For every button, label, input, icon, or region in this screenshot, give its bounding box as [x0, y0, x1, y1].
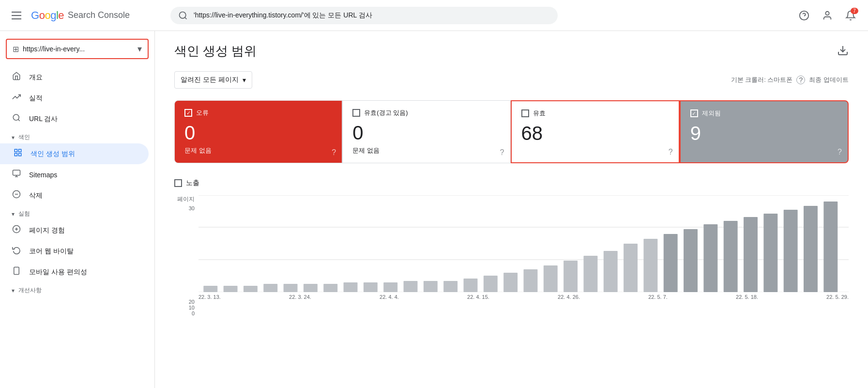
home-icon	[12, 72, 21, 83]
excluded-card[interactable]: 제외됨 9 ?	[680, 100, 849, 163]
valid-checkbox[interactable]	[521, 109, 529, 117]
svg-rect-50	[684, 229, 698, 292]
sidebar-item-sitemaps-label: Sitemaps	[29, 171, 57, 179]
sidebar-item-page-exp-label: 페이지 경험	[29, 226, 65, 235]
section-index: ▾ 색인	[0, 129, 154, 143]
property-icon: ⊞	[13, 45, 19, 54]
property-dropdown-arrow: ▾	[137, 44, 142, 54]
filter-label: 알려진 모든 페이지	[181, 76, 239, 84]
sidebar-item-sitemaps[interactable]: Sitemaps	[0, 164, 149, 185]
page-title: 색인 생성 범위	[174, 43, 257, 60]
svg-rect-32	[323, 284, 337, 292]
error-help-icon[interactable]: ?	[332, 148, 336, 157]
svg-line-1	[185, 17, 187, 19]
svg-rect-54	[763, 214, 777, 292]
error-card-number: 0	[184, 123, 332, 142]
svg-rect-35	[383, 282, 397, 292]
section-improvements-arrow-icon: ▾	[12, 287, 15, 294]
x-label-3: 22. 4. 15.	[467, 294, 489, 300]
warning-card-header: 유효(경고 있음)	[352, 109, 500, 117]
svg-rect-51	[703, 224, 717, 292]
sidebar-item-url-inspection[interactable]: URL 검사	[0, 109, 149, 129]
sidebar-item-coverage[interactable]: 색인 생성 범위	[0, 143, 149, 164]
svg-point-0	[180, 12, 186, 18]
hamburger-button[interactable]	[8, 8, 25, 23]
sidebar-item-url-label: URL 검사	[29, 115, 58, 124]
header: Google Search Console 'https://live-in-e…	[0, 0, 868, 31]
url-inspection-icon	[12, 113, 21, 124]
svg-rect-8	[19, 149, 21, 152]
svg-rect-53	[744, 217, 758, 292]
sidebar-item-coverage-label: 색인 생성 범위	[30, 150, 75, 158]
sidebar-item-mobile-usability[interactable]: 모바일 사용 편의성	[0, 262, 149, 282]
excluded-checkbox[interactable]	[690, 109, 698, 117]
main-content: 색인 생성 범위 알려진 모든 페이지 ▾ 기본 크롤러: 스마트폰 ? 최종 …	[155, 31, 868, 388]
chart-section: 노출 페이지 30 20 10 0	[174, 179, 849, 316]
x-label-1: 22. 3. 24.	[289, 294, 311, 300]
notifications-button[interactable]: 7	[841, 6, 860, 25]
excluded-card-label: 제외됨	[702, 109, 721, 118]
sidebar-item-performance[interactable]: 실적	[0, 88, 149, 109]
sidebar-item-core-web-vitals[interactable]: 코어 웹 바이탈	[0, 241, 149, 262]
help-button[interactable]	[794, 6, 814, 25]
core-web-vitals-icon	[12, 246, 21, 257]
help-icon	[799, 10, 809, 21]
svg-rect-31	[304, 284, 318, 292]
error-card[interactable]: 오류 0 문제 없음 ?	[174, 100, 342, 163]
excluded-card-header: 제외됨	[690, 109, 838, 118]
y-axis: 페이지 30 20 10 0	[174, 195, 198, 316]
sidebar-item-overview-label: 개요	[29, 73, 43, 82]
warning-card[interactable]: 유효(경고 있음) 0 문제 없음 ?	[342, 100, 510, 163]
sidebar-item-performance-label: 실적	[29, 94, 43, 103]
svg-rect-10	[19, 154, 21, 156]
valid-help-icon[interactable]: ?	[669, 148, 673, 156]
property-selector[interactable]: ⊞ https://live-in-every... ▾	[6, 39, 149, 59]
svg-point-5	[13, 114, 19, 120]
x-label-6: 22. 5. 18.	[736, 294, 758, 300]
logo-google-text: Google	[31, 9, 64, 22]
sidebar-item-cwv-label: 코어 웹 바이탈	[29, 247, 74, 256]
svg-rect-44	[563, 261, 578, 292]
sidebar-item-page-experience[interactable]: 페이지 경험	[0, 220, 149, 241]
section-improvements: ▾ 개선사항	[0, 282, 154, 296]
crawler-label: 기본 크롤러: 스마트폰	[731, 76, 793, 84]
performance-icon	[12, 93, 21, 104]
svg-line-6	[18, 119, 19, 121]
sidebar-item-removals[interactable]: 삭제	[0, 185, 149, 206]
account-button[interactable]	[818, 6, 837, 25]
filter-button[interactable]: 알려진 모든 페이지 ▾	[174, 71, 252, 89]
sidebar-item-overview[interactable]: 개요	[0, 67, 149, 88]
search-text: 'https://live-in-everything.tistory.com/…	[194, 11, 372, 20]
svg-rect-30	[284, 284, 298, 292]
valid-card[interactable]: 유효 68 ?	[511, 100, 680, 163]
account-icon	[822, 10, 833, 21]
chart-filter-checkbox[interactable]	[174, 179, 182, 187]
svg-rect-29	[263, 284, 277, 292]
toolbar: 알려진 모든 페이지 ▾ 기본 크롤러: 스마트폰 ? 최종 업데이트	[174, 71, 849, 89]
download-button[interactable]	[837, 45, 849, 58]
x-label-5: 22. 5. 7.	[648, 294, 668, 300]
x-label-0: 22. 3. 13.	[198, 294, 221, 300]
svg-rect-48	[643, 239, 657, 292]
y-label-30: 30	[189, 205, 195, 211]
svg-rect-26	[203, 286, 217, 292]
svg-point-4	[825, 11, 829, 15]
warning-checkbox[interactable]	[352, 109, 360, 117]
crawler-help-button[interactable]: ?	[796, 76, 805, 84]
svg-rect-56	[804, 206, 818, 292]
app-title: Search Console	[68, 10, 130, 20]
warning-help-icon[interactable]: ?	[500, 148, 504, 157]
warning-card-label: 유효(경고 있음)	[364, 109, 408, 117]
svg-rect-57	[823, 202, 838, 292]
excluded-help-icon[interactable]: ?	[838, 148, 842, 156]
svg-rect-41	[503, 273, 518, 292]
y-label-20: 20	[189, 299, 195, 305]
search-bar[interactable]: 'https://live-in-everything.tistory.com/…	[170, 7, 558, 24]
body: ⊞ https://live-in-every... ▾ 개요 실적	[0, 31, 868, 388]
error-card-label: 오류	[196, 109, 209, 117]
section-improvements-label: 개선사항	[18, 286, 42, 295]
svg-rect-46	[604, 251, 618, 292]
svg-rect-52	[724, 221, 738, 292]
svg-rect-33	[344, 282, 358, 292]
error-checkbox[interactable]	[184, 109, 192, 117]
